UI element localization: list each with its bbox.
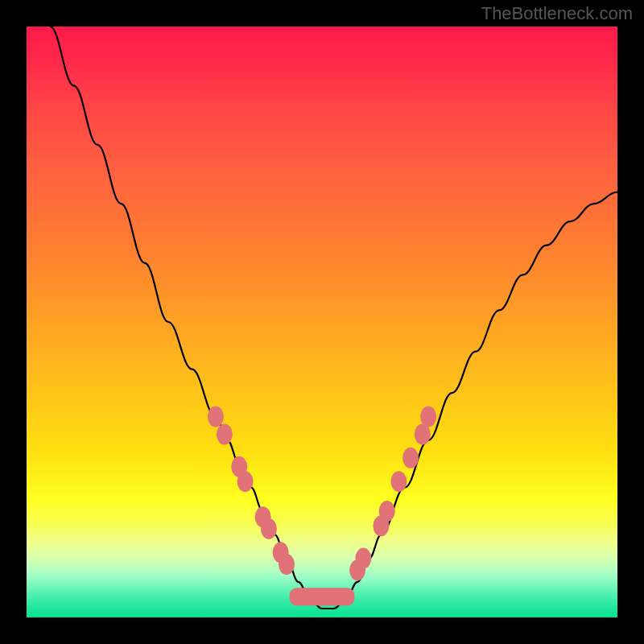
chart-svg: [27, 27, 617, 617]
data-marker: [237, 471, 254, 492]
bottom-band: [290, 588, 355, 605]
markers-right-cluster: [349, 406, 436, 580]
data-marker: [402, 448, 419, 469]
data-marker: [261, 518, 277, 539]
data-marker: [390, 471, 407, 492]
bottleneck-curve: [50, 27, 617, 609]
data-marker: [420, 406, 436, 427]
watermark-text: TheBottleneck.com: [481, 3, 633, 24]
data-marker: [379, 501, 395, 522]
markers-left-cluster: [208, 406, 295, 575]
data-marker: [355, 548, 371, 569]
plot-area: [27, 27, 617, 617]
data-marker: [279, 554, 295, 575]
data-marker: [217, 423, 233, 444]
data-marker: [208, 406, 224, 427]
